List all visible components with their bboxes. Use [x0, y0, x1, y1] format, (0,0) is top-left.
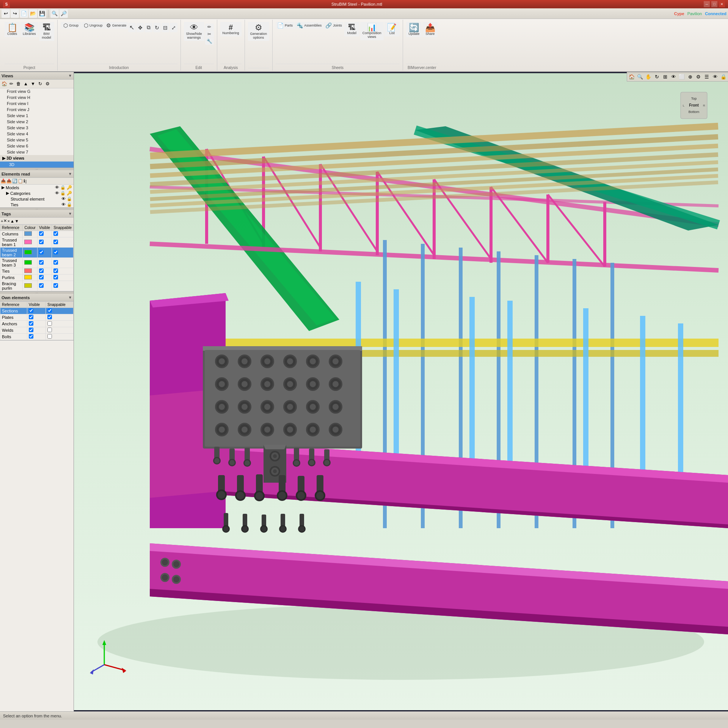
view-item-front-i[interactable]: Front view I [0, 100, 74, 107]
snappable-checkbox[interactable] [53, 231, 58, 236]
tag-row[interactable]: Trussed beam 3 [0, 258, 74, 268]
select-button[interactable]: ↖ [128, 23, 136, 32]
share-button[interactable]: 📤 Share [422, 22, 438, 37]
view-item-side-4[interactable]: Side view 4 [0, 131, 74, 137]
snappable-checkbox[interactable] [53, 283, 58, 288]
views-3d-category[interactable]: ▶ 3D views [0, 155, 74, 162]
tag-color-cell[interactable] [23, 231, 37, 237]
elem-btn1[interactable]: 📥 [1, 179, 6, 184]
view-item-side-3[interactable]: Side view 3 [0, 125, 74, 131]
new-button[interactable]: 📄 [20, 9, 28, 18]
ungroup-button[interactable]: ⬡ Ungroup [82, 22, 105, 29]
vp-render-button[interactable]: ⬜ [678, 73, 686, 80]
color-swatch[interactable] [24, 231, 32, 236]
tag-row[interactable]: Columns [0, 231, 74, 237]
snappable-checkbox[interactable] [53, 268, 58, 273]
codes-button[interactable]: 📋 Codes [5, 22, 20, 37]
tag-color-cell[interactable] [23, 281, 37, 291]
vp-settings-button[interactable]: ⚙ [695, 73, 702, 80]
tags-delete-button[interactable]: ✕ [3, 218, 7, 223]
snappable-checkbox[interactable] [53, 275, 58, 279]
own-snappable-cell[interactable] [46, 314, 74, 321]
own-snappable-cell[interactable] [46, 308, 74, 314]
move-button[interactable]: ✥ [136, 23, 144, 32]
tag-visible-cell[interactable] [37, 275, 52, 281]
own-elements-row[interactable]: Welds [0, 327, 74, 334]
generate-button[interactable]: ⚙ Generate [105, 22, 128, 29]
tags-add-button[interactable]: + [1, 219, 3, 223]
zoom-out-button[interactable]: 🔎 [60, 9, 68, 18]
color-swatch[interactable] [24, 283, 32, 288]
joints-button[interactable]: 🔗 Joints [324, 22, 344, 29]
view-item-side-7[interactable]: Side view 7 [0, 149, 74, 155]
tag-color-cell[interactable] [23, 248, 37, 258]
tag-snappable-cell[interactable] [52, 258, 74, 268]
own-visible-cell[interactable] [27, 314, 46, 321]
list-button[interactable]: 📝 List [384, 22, 400, 36]
vp-zoom-button[interactable]: 🔍 [636, 73, 644, 80]
color-swatch[interactable] [24, 260, 32, 265]
own-visible-cell[interactable] [27, 321, 46, 327]
models-info-icon[interactable]: 🔑 [67, 185, 72, 190]
tag-snappable-cell[interactable] [52, 268, 74, 275]
own-elements-row[interactable]: Bolts [0, 334, 74, 340]
composition-views-button[interactable]: 📊 Compositionviews [360, 22, 384, 40]
visible-checkbox[interactable] [39, 275, 44, 279]
own-visible-checkbox[interactable] [29, 308, 33, 313]
color-swatch[interactable] [24, 240, 32, 244]
models-eye-icon[interactable]: 👁 [55, 185, 59, 190]
visible-checkbox[interactable] [39, 240, 44, 244]
models-row[interactable]: ▶ Models 👁 🔒 🔑 [0, 185, 74, 190]
structural-eye-icon[interactable]: 👁 [61, 196, 66, 201]
tag-snappable-cell[interactable] [52, 281, 74, 291]
ties-lock-icon[interactable]: 🔒 [67, 202, 72, 207]
save-button[interactable]: 💾 [38, 9, 46, 18]
libraries-button[interactable]: 📚 Libraries [20, 22, 38, 37]
model-button[interactable]: 🏗 Model [344, 22, 359, 36]
views-down-button[interactable]: ▼ [30, 80, 36, 87]
tag-row[interactable]: Trussed beam 1 [0, 237, 74, 248]
tags-up-button[interactable]: ▲ [10, 219, 14, 223]
view-item-side-2[interactable]: Side view 2 [0, 119, 74, 125]
tags-panel-header[interactable]: Tags ▼ [0, 210, 74, 218]
edit-btn-1[interactable]: ✏ [205, 24, 214, 30]
visible-checkbox[interactable] [39, 268, 44, 273]
own-snappable-checkbox[interactable] [47, 321, 52, 326]
scale-button[interactable]: ⤢ [170, 23, 177, 32]
own-elements-row[interactable]: Sections [0, 308, 74, 314]
view-item-front-j[interactable]: Front view J [0, 107, 74, 113]
elements-panel-header[interactable]: Elements read ▼ [0, 170, 74, 178]
tag-visible-cell[interactable] [37, 231, 52, 237]
own-visible-checkbox[interactable] [29, 315, 33, 319]
view-item-front-g[interactable]: Front view G [0, 88, 74, 94]
tag-snappable-cell[interactable] [52, 237, 74, 248]
own-visible-cell[interactable] [27, 327, 46, 334]
snappable-checkbox[interactable] [53, 250, 58, 254]
redo-button[interactable]: ↪ [11, 9, 19, 18]
tag-row[interactable]: Bracing purlin [0, 281, 74, 291]
edit-btn-2[interactable]: ✂ [205, 31, 214, 38]
color-swatch[interactable] [24, 268, 32, 273]
visible-checkbox[interactable] [39, 250, 44, 254]
tags-down-button[interactable]: ▼ [15, 219, 19, 223]
elem-btn4[interactable]: 📋 [18, 179, 23, 184]
snappable-checkbox[interactable] [53, 260, 58, 265]
tag-color-cell[interactable] [23, 237, 37, 248]
tag-color-cell[interactable] [23, 258, 37, 268]
vp-rotate-button[interactable]: ↻ [653, 73, 661, 80]
own-visible-checkbox[interactable] [29, 321, 33, 326]
zoom-in-button[interactable]: 🔍 [50, 9, 59, 18]
viewport[interactable]: 🏠 🔍 ✋ ↻ ⊞ 👁 ⬜ ⊕ ⚙ ☰ 👁 🔒 [74, 72, 728, 711]
view-item-side-6[interactable]: Side view 6 [0, 143, 74, 149]
elem-btn5[interactable]: ℹ [24, 179, 25, 184]
elem-btn2[interactable]: 📤 [6, 179, 12, 184]
color-swatch[interactable] [24, 275, 32, 279]
views-add-button[interactable]: 🏠 [1, 80, 8, 87]
view-item-front-h[interactable]: Front view H [0, 94, 74, 100]
parts-button[interactable]: 📄 Parts [276, 22, 294, 29]
view-item-side-1[interactable]: Side view 1 [0, 113, 74, 119]
tag-snappable-cell[interactable] [52, 248, 74, 258]
copy-button[interactable]: ⧉ [145, 23, 152, 32]
mirror-button[interactable]: ⊟ [162, 23, 169, 32]
vp-pan-button[interactable]: ✋ [645, 73, 652, 80]
